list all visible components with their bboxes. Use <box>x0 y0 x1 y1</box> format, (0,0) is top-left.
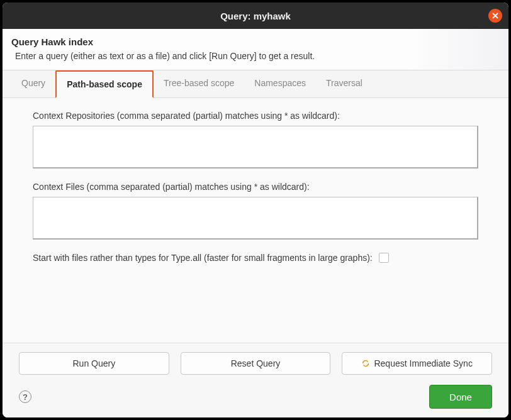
content-area: Context Repositories (comma separated (p… <box>3 98 508 343</box>
context-repositories-input[interactable] <box>33 126 478 169</box>
start-with-files-row: Start with files rather than types for T… <box>33 253 478 263</box>
help-button[interactable]: ? <box>19 390 31 403</box>
tab-namespaces[interactable]: Namespaces <box>244 70 316 97</box>
start-with-files-checkbox[interactable] <box>379 253 389 263</box>
close-button[interactable] <box>488 9 502 23</box>
header-section: Query Hawk index Enter a query (either a… <box>3 29 508 70</box>
request-sync-label: Request Immediate Sync <box>374 358 472 368</box>
tab-path-based-scope[interactable]: Path-based scope <box>55 70 154 98</box>
context-files-input[interactable] <box>33 197 478 240</box>
request-sync-button[interactable]: Request Immediate Sync <box>342 352 492 375</box>
page-subtitle: Enter a query (either as text or as a fi… <box>15 51 500 61</box>
tab-traversal[interactable]: Traversal <box>316 70 373 97</box>
context-files-label: Context Files (comma separated (partial)… <box>33 182 478 192</box>
page-title: Query Hawk index <box>11 36 500 47</box>
close-icon <box>492 13 498 19</box>
help-icon: ? <box>23 392 28 402</box>
run-query-label: Run Query <box>72 358 115 368</box>
start-with-files-label: Start with files rather than types for T… <box>33 253 373 263</box>
done-button[interactable]: Done <box>429 385 492 409</box>
dialog-window: Query: myhawk Query Hawk index Enter a q… <box>3 3 508 417</box>
button-row: Run Query Reset Query Request Immediate … <box>19 352 492 375</box>
sync-icon <box>361 359 370 368</box>
reset-query-button[interactable]: Reset Query <box>181 352 331 375</box>
reset-query-label: Reset Query <box>231 358 281 368</box>
window-title: Query: myhawk <box>220 11 291 21</box>
tab-tree-based-scope[interactable]: Tree-based scope <box>154 70 244 97</box>
footer: Run Query Reset Query Request Immediate … <box>3 343 508 417</box>
titlebar: Query: myhawk <box>3 3 508 29</box>
done-label: Done <box>449 392 472 402</box>
context-repositories-label: Context Repositories (comma separated (p… <box>33 111 478 121</box>
tab-bar: Query Path-based scope Tree-based scope … <box>3 70 508 98</box>
run-query-button[interactable]: Run Query <box>19 352 169 375</box>
bottom-row: ? Done <box>19 385 492 409</box>
tab-query[interactable]: Query <box>11 70 55 97</box>
